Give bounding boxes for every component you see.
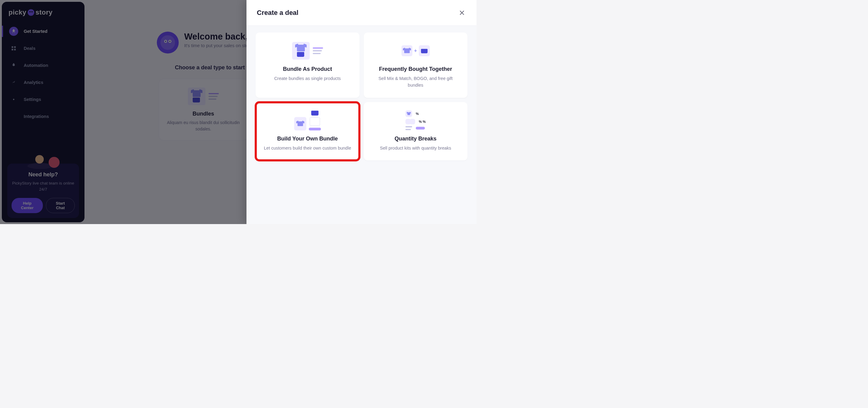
option-title: Build Your Own Bundle xyxy=(262,136,353,142)
close-icon xyxy=(459,9,465,16)
byob-art-icon xyxy=(262,111,353,130)
option-title: Frequently Bought Together xyxy=(370,66,461,72)
option-desc: Sell Mix & Match, BOGO, and free gift bu… xyxy=(370,76,461,89)
qty-art-icon: % % % xyxy=(370,111,461,130)
option-desc: Sell product kits with quantity breaks xyxy=(370,145,461,152)
option-quantity-breaks[interactable]: % % % Quantity Breaks Sell product kits … xyxy=(364,102,468,161)
option-desc: Let customers build their own custom bun… xyxy=(262,145,353,152)
panel-title: Create a deal xyxy=(257,9,299,17)
panel-header: Create a deal xyxy=(246,0,476,26)
option-build-your-own[interactable]: Build Your Own Bundle Let customers buil… xyxy=(256,102,360,161)
panel-body: Bundle As Product Create bundles as sing… xyxy=(246,26,476,167)
option-title: Quantity Breaks xyxy=(370,136,461,142)
create-deal-panel: Create a deal Bundle As Product Create b… xyxy=(246,0,476,224)
option-bundle-as-product[interactable]: Bundle As Product Create bundles as sing… xyxy=(256,32,360,98)
option-desc: Create bundles as single products xyxy=(262,76,353,82)
option-frequently-bought[interactable]: + Frequently Bought Together Sell Mix & … xyxy=(364,32,468,98)
option-title: Bundle As Product xyxy=(262,66,353,72)
bundle-art-icon xyxy=(262,41,353,60)
fbt-art-icon: + xyxy=(370,41,461,60)
close-button[interactable] xyxy=(458,8,466,17)
